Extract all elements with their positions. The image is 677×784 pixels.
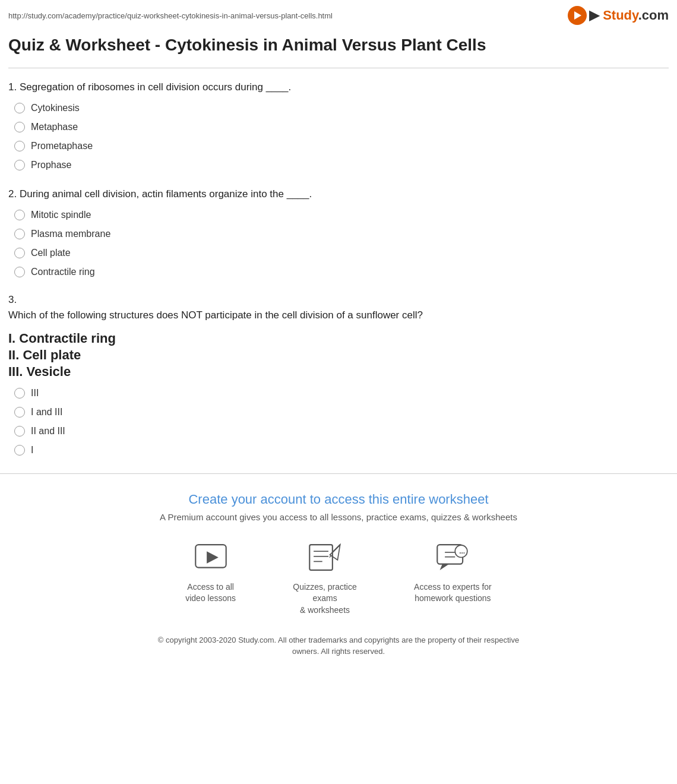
radio-q3-b[interactable]	[14, 407, 25, 418]
radio-q2-b[interactable]	[14, 229, 25, 239]
question-2: 2. During animal cell division, actin fi…	[8, 187, 669, 277]
feature-video: Access to allvideo lessons	[185, 540, 236, 617]
option-label: Contractile ring	[31, 267, 95, 277]
radio-q1-c[interactable]	[14, 141, 25, 151]
list-item: Prometaphase	[14, 141, 669, 151]
feature-experts: ... Access to experts forhomework questi…	[414, 540, 492, 617]
option-label: Plasma membrane	[31, 229, 110, 239]
svg-rect-2	[309, 545, 333, 570]
question-3: 3. Which of the following structures doe…	[8, 294, 669, 456]
svg-text:...: ...	[460, 548, 466, 556]
list-item: Plasma membrane	[14, 229, 669, 239]
question-2-body: During animal cell division, actin filam…	[20, 188, 312, 200]
radio-q2-c[interactable]	[14, 248, 25, 258]
option-label: Metaphase	[31, 122, 78, 132]
url-text: http://study.com/academy/practice/quiz-w…	[8, 11, 333, 20]
radio-q1-b[interactable]	[14, 122, 25, 132]
logo-icon	[568, 6, 587, 25]
feature-quizzes-label: Quizzes, practice exams& worksheets	[283, 581, 366, 617]
list-item: Cell plate	[14, 248, 669, 258]
radio-q3-c[interactable]	[14, 426, 25, 437]
question-2-options: Mitotic spindle Plasma membrane Cell pla…	[8, 210, 669, 277]
option-label: Cell plate	[31, 248, 71, 258]
cta-subtitle: A Premium account gives you access to al…	[8, 512, 669, 522]
list-item: III	[14, 388, 669, 399]
list-item: Metaphase	[14, 122, 669, 132]
question-2-number: 2.	[8, 188, 17, 200]
option-label: III	[31, 388, 39, 399]
list-item: Contractile ring	[14, 267, 669, 277]
chat-expert-icon: ...	[432, 540, 473, 576]
question-1-options: Cytokinesis Metaphase Prometaphase Proph…	[8, 103, 669, 170]
main-content: Quiz & Worksheet - Cytokinesis in Animal…	[0, 29, 677, 456]
option-label: I	[31, 445, 33, 456]
list-item: Prophase	[14, 160, 669, 170]
title-divider	[8, 68, 669, 68]
svg-marker-1	[207, 551, 219, 564]
list-item: Cytokinesis	[14, 103, 669, 113]
svg-marker-10	[440, 564, 449, 570]
features-row: Access to allvideo lessons Quizzes, prac…	[8, 540, 669, 617]
list-item: II and III	[14, 426, 669, 437]
question-3-item-3: III. Vesicle	[8, 364, 669, 380]
question-1-text: 1. Segregation of ribosomes in cell divi…	[8, 80, 669, 94]
question-1: 1. Segregation of ribosomes in cell divi…	[8, 80, 669, 170]
url-bar: http://study.com/academy/practice/quiz-w…	[0, 0, 677, 29]
radio-q2-d[interactable]	[14, 267, 25, 277]
question-3-intro: Which of the following structures does N…	[8, 308, 669, 323]
footer-section: Create your account to access this entir…	[0, 473, 677, 669]
list-item: Mitotic spindle	[14, 210, 669, 220]
video-play-icon	[190, 540, 232, 576]
question-3-item-2: II. Cell plate	[8, 347, 669, 363]
option-label: Mitotic spindle	[31, 210, 91, 220]
quiz-pencil-icon	[304, 540, 346, 576]
radio-q2-a[interactable]	[14, 210, 25, 220]
list-item: I	[14, 445, 669, 456]
option-label: II and III	[31, 426, 65, 437]
radio-q1-d[interactable]	[14, 160, 25, 170]
option-label: Cytokinesis	[31, 103, 80, 113]
question-1-number: 1.	[8, 81, 17, 93]
option-label: Prometaphase	[31, 141, 93, 151]
question-2-text: 2. During animal cell division, actin fi…	[8, 187, 669, 201]
question-1-body: Segregation of ribosomes in cell divisio…	[20, 81, 291, 93]
page-title: Quiz & Worksheet - Cytokinesis in Animal…	[8, 34, 669, 56]
question-3-number: 3.	[8, 294, 669, 306]
list-item: I and III	[14, 407, 669, 418]
feature-quizzes: Quizzes, practice exams& worksheets	[283, 540, 366, 617]
study-logo: ▶ Study.com	[568, 6, 669, 25]
cta-title: Create your account to access this entir…	[8, 492, 669, 507]
radio-q1-a[interactable]	[14, 103, 25, 113]
option-label: Prophase	[31, 160, 72, 170]
radio-q3-d[interactable]	[14, 445, 25, 456]
feature-experts-label: Access to experts forhomework questions	[414, 581, 492, 605]
question-3-options: III I and III II and III I	[8, 388, 669, 456]
option-label: I and III	[31, 407, 62, 418]
question-3-item-1: I. Contractile ring	[8, 331, 669, 346]
feature-video-label: Access to allvideo lessons	[185, 581, 236, 605]
radio-q3-a[interactable]	[14, 388, 25, 399]
logo-play-icon	[574, 11, 581, 20]
logo-text: ▶ Study.com	[589, 8, 669, 23]
copyright-text: © copyright 2003-2020 Study.com. All oth…	[145, 634, 532, 669]
